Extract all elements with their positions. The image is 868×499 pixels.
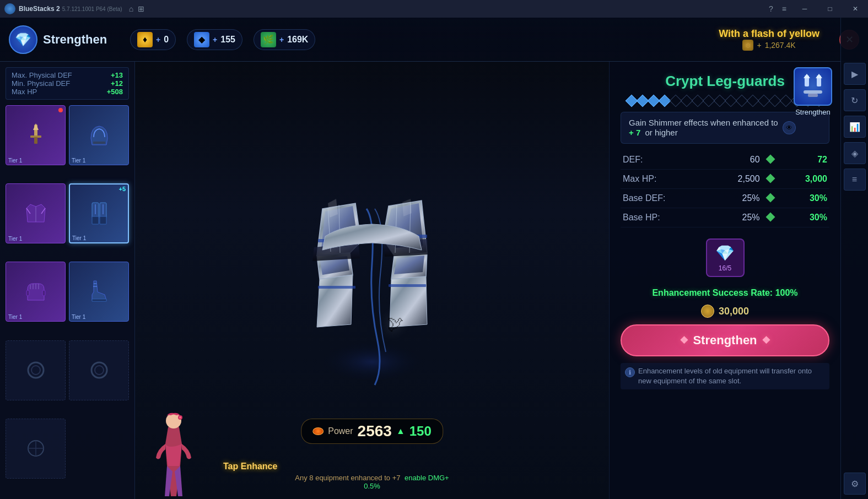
equip-tier-2: Tier 1 [72, 158, 85, 164]
svg-point-19 [95, 366, 104, 375]
sidebar-btn-4[interactable]: ◈ [844, 142, 866, 164]
stat-arrow-0 [762, 150, 779, 170]
equip-slot-6[interactable]: Tier 1 [69, 262, 129, 322]
equip-slot-3[interactable]: Tier 1 [6, 183, 66, 243]
strengthen-button[interactable]: ❖ Strengthen ❖ [621, 324, 829, 356]
svg-point-17 [31, 366, 40, 375]
item-display: Power 2563 ▲ 150 [135, 62, 609, 499]
stat-row-0: DEF: 60 72 [621, 150, 829, 170]
diamond-empty-5 [680, 95, 693, 107]
hint-text: Any 8 equipment enhanced to +7 [295, 474, 400, 482]
transfer-note: ℹ Enhancement levels of old equipment wi… [621, 363, 829, 389]
cost-value: 30,000 [719, 306, 749, 317]
svg-marker-1 [33, 123, 39, 130]
stat-row-1: Max HP: 2,500 3,000 [621, 170, 829, 189]
equip-slot-8[interactable] [69, 340, 129, 400]
equip-tier-6: Tier 1 [72, 314, 85, 320]
equip-slot-5[interactable]: Tier 1 [6, 262, 66, 322]
gem-icon: ♦ [137, 32, 153, 47]
strengthen-side-panel: Strengthen [788, 62, 838, 116]
menu-icon[interactable]: ≡ [782, 4, 786, 13]
right-sidebar: ▶ ↻ 📊 ◈ ≡ ⚙ [840, 18, 868, 499]
gem-box[interactable]: 💎 16/5 [706, 238, 745, 277]
svg-marker-36 [804, 74, 810, 78]
weapon-icon [22, 122, 50, 149]
svg-rect-9 [100, 216, 106, 224]
strengthen-side-icon[interactable] [794, 67, 832, 106]
svg-point-16 [28, 362, 44, 378]
svg-rect-3 [34, 137, 37, 144]
app-icon [4, 3, 15, 14]
gem-plus: + [156, 35, 160, 44]
power-eye-icon [312, 427, 324, 435]
notification-title: With a flash of yellow [719, 28, 820, 40]
shimmer-eye-button[interactable]: 👁 [783, 121, 796, 134]
stat-arrow-1 [762, 170, 779, 189]
coin-icon: ⬡ [742, 40, 753, 51]
gem-socket[interactable]: 💎 16/5 [621, 238, 829, 277]
stats-table: DEF: 60 72 Max HP: 2,500 3,000 Base DEF:… [621, 150, 829, 227]
sidebar-btn-2[interactable]: ↻ [844, 89, 866, 111]
equip-slot-9[interactable] [6, 419, 66, 479]
boots-icon [85, 278, 113, 306]
armor-head-icon [85, 122, 113, 149]
diamond-empty-6 [691, 95, 704, 107]
equipment-grid: Tier 1 Tier 1 [6, 105, 129, 493]
sidebar-btn-5[interactable]: ≡ [844, 169, 866, 191]
minimize-button[interactable]: ─ [792, 0, 817, 18]
stat-max-hp: Max HP +508 [12, 88, 123, 96]
stat-name-3: Base HP: [621, 208, 711, 227]
equip-dot-1 [58, 108, 63, 112]
svg-rect-8 [92, 216, 99, 224]
right-panel: Crypt Leg-guards Gain Shimmer effects wh… [609, 62, 840, 499]
equip-tier-5: Tier 1 [8, 314, 22, 320]
maximize-button[interactable]: □ [817, 0, 843, 18]
sidebar-btn-6[interactable]: ⚙ [844, 473, 866, 495]
diamond-empty-4 [669, 95, 682, 107]
leaves-value: 169K [287, 35, 308, 45]
equip-slot-1[interactable]: Tier 1 [6, 105, 66, 165]
stat-max-phys-def-val: +13 [111, 71, 123, 79]
shimmer-note: Gain Shimmer effects when enhanced to + … [621, 112, 829, 144]
diamond-filled-3 [658, 95, 671, 107]
svg-rect-12 [26, 290, 29, 296]
stat-new-0: 72 [779, 150, 829, 170]
shimmer-level: + 7 [629, 128, 643, 137]
svg-marker-38 [816, 74, 822, 78]
stat-max-hp-val: +508 [107, 88, 123, 96]
window-close-button[interactable]: ✕ [843, 0, 868, 18]
sidebar-btn-1[interactable]: ▶ [844, 63, 866, 85]
help-icon[interactable]: ? [769, 4, 773, 13]
sidebar-btn-3[interactable]: 📊 [844, 116, 866, 138]
gem-count: 16/5 [719, 264, 731, 272]
stat-row-3: Base HP: 25% 30% [621, 208, 829, 227]
diamond-empty-11 [746, 95, 759, 107]
svg-rect-39 [804, 90, 822, 94]
strengthen-btn-label: Strengthen [693, 333, 757, 348]
leaves-currency[interactable]: 🌿 + 169K [254, 29, 315, 50]
stat-name-1: Max HP: [621, 170, 711, 189]
stat-current-1: 2,500 [711, 170, 762, 189]
gem-crystal-icon: 💎 [715, 244, 735, 262]
svg-point-34 [179, 416, 181, 419]
screen-title: Strengthen [43, 32, 107, 47]
diamond-currency[interactable]: ◆ + 155 [187, 29, 242, 50]
leaves-plus: + [279, 35, 284, 44]
power-arrow-icon: ▲ [396, 426, 405, 436]
svg-rect-27 [318, 286, 355, 289]
equip-slot-7[interactable] [6, 340, 66, 400]
power-gain: 150 [409, 424, 432, 439]
stat-current-0: 60 [711, 150, 762, 170]
success-rate: Enhancement Success Rate: 100% [621, 288, 829, 298]
gem-currency[interactable]: ♦ + 0 [130, 29, 176, 50]
leg-armor-svg [295, 165, 449, 396]
grid-icon[interactable]: ⊞ [138, 4, 144, 13]
diamond-empty-7 [702, 95, 715, 107]
stat-arrow-2 [762, 189, 779, 208]
equip-slot-4[interactable]: +5 Tier 1 [69, 183, 129, 243]
equip-slot-2[interactable]: Tier 1 [69, 105, 129, 165]
diamond-empty-13 [768, 95, 781, 107]
home-icon[interactable]: ⌂ [129, 4, 133, 13]
stat-new-3: 30% [779, 208, 829, 227]
equip-tier-1: Tier 1 [8, 158, 22, 164]
